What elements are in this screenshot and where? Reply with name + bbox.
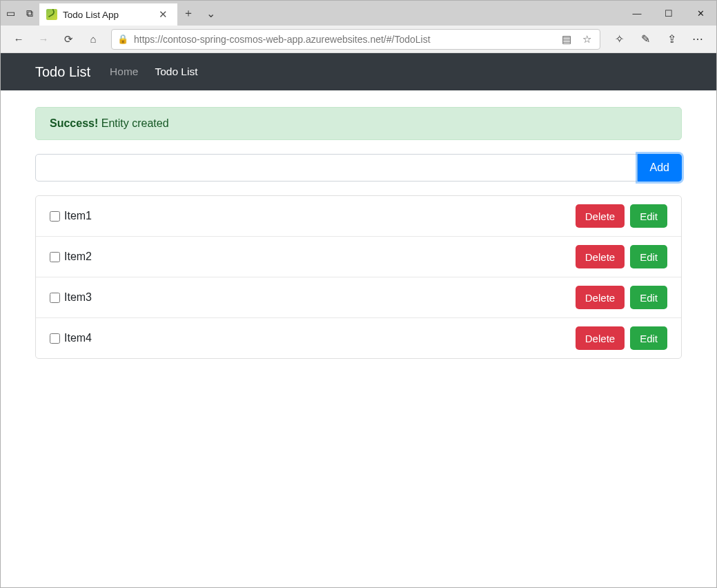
delete-button[interactable]: Delete bbox=[576, 326, 625, 350]
success-alert: Success! Entity created bbox=[35, 107, 682, 140]
share-icon[interactable]: ⇪ bbox=[660, 28, 683, 50]
browser-tab[interactable]: Todo List App ✕ bbox=[39, 3, 177, 26]
add-row: Add bbox=[35, 154, 682, 182]
delete-button[interactable]: Delete bbox=[576, 245, 625, 268]
browser-tabstrip: ▭ ⧉ Todo List App ✕ ＋ ⌄ — ☐ ✕ bbox=[1, 1, 716, 26]
new-item-input[interactable] bbox=[35, 154, 638, 182]
add-button[interactable]: Add bbox=[638, 154, 682, 182]
home-icon[interactable]: ⌂ bbox=[82, 28, 104, 50]
nav-link-home[interactable]: Home bbox=[110, 66, 138, 78]
favorite-star-icon[interactable]: ☆ bbox=[580, 33, 594, 46]
item-label: Item4 bbox=[64, 332, 92, 344]
browser-addressbar: ← → ⟳ ⌂ 🔒 https://contoso-spring-cosmos-… bbox=[1, 26, 716, 53]
list-item: Item2 Delete Edit bbox=[36, 237, 681, 277]
forward-button: → bbox=[32, 28, 55, 50]
window-minimize-icon[interactable]: — bbox=[621, 1, 653, 26]
notes-icon[interactable]: ✎ bbox=[633, 28, 657, 50]
tab-actions-icon-1[interactable]: ▭ bbox=[1, 1, 20, 26]
page-content: Success! Entity created Add Item1 Delete… bbox=[1, 90, 716, 375]
more-icon[interactable]: ⋯ bbox=[686, 28, 709, 50]
item-label: Item1 bbox=[64, 210, 92, 222]
lock-icon: 🔒 bbox=[117, 34, 128, 44]
tab-title: Todo List App bbox=[63, 10, 119, 20]
tab-overflow-icon[interactable]: ⌄ bbox=[199, 7, 222, 20]
edit-button[interactable]: Edit bbox=[630, 286, 667, 309]
item-label: Item3 bbox=[64, 291, 92, 304]
alert-text: Entity created bbox=[98, 117, 168, 129]
item-checkbox[interactable] bbox=[50, 333, 60, 344]
url-text: https://contoso-spring-cosmos-web-app.az… bbox=[134, 34, 553, 45]
delete-button[interactable]: Delete bbox=[576, 204, 625, 228]
alert-strong: Success! bbox=[50, 117, 98, 129]
tab-actions-icon-2[interactable]: ⧉ bbox=[20, 1, 39, 26]
edit-button[interactable]: Edit bbox=[630, 326, 667, 350]
close-tab-icon[interactable]: ✕ bbox=[159, 8, 168, 21]
new-tab-icon[interactable]: ＋ bbox=[177, 6, 199, 21]
favorites-icon[interactable]: ✧ bbox=[607, 28, 631, 50]
todo-list: Item1 Delete Edit Item2 Delete Edit Item… bbox=[35, 195, 682, 359]
list-item: Item1 Delete Edit bbox=[36, 196, 681, 237]
edit-button[interactable]: Edit bbox=[630, 245, 667, 268]
list-item: Item3 Delete Edit bbox=[36, 277, 681, 318]
item-checkbox[interactable] bbox=[50, 252, 60, 262]
item-label: Item2 bbox=[64, 251, 92, 263]
item-checkbox[interactable] bbox=[50, 211, 60, 222]
delete-button[interactable]: Delete bbox=[576, 286, 625, 309]
brand[interactable]: Todo List bbox=[35, 64, 90, 80]
edit-button[interactable]: Edit bbox=[630, 204, 667, 228]
back-button[interactable]: ← bbox=[8, 28, 30, 50]
reading-view-icon[interactable]: ▤ bbox=[559, 33, 574, 46]
window-maximize-icon[interactable]: ☐ bbox=[653, 1, 685, 26]
list-item: Item4 Delete Edit bbox=[36, 318, 681, 358]
url-input[interactable]: 🔒 https://contoso-spring-cosmos-web-app.… bbox=[111, 29, 600, 50]
app-navbar: Todo List Home Todo List bbox=[1, 53, 716, 90]
item-checkbox[interactable] bbox=[50, 293, 60, 303]
window-close-icon[interactable]: ✕ bbox=[685, 1, 716, 26]
nav-link-todolist[interactable]: Todo List bbox=[155, 66, 197, 78]
refresh-button[interactable]: ⟳ bbox=[57, 28, 79, 50]
favicon-icon bbox=[46, 9, 57, 20]
